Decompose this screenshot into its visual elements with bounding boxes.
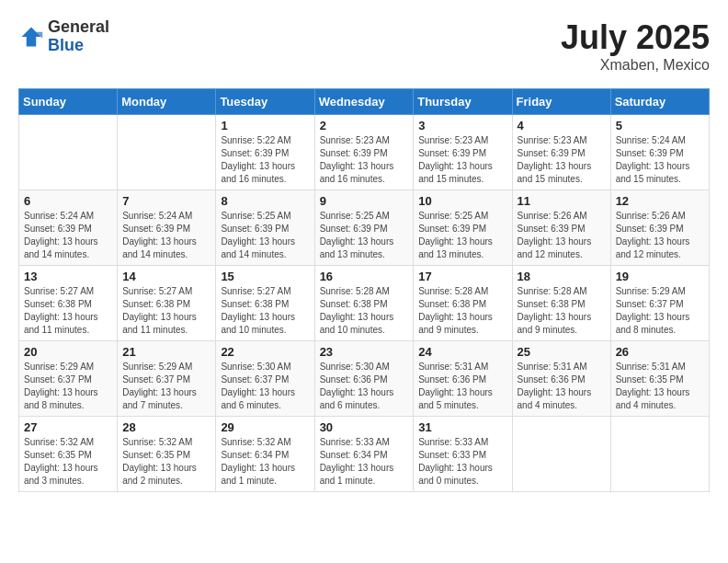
location-subtitle: Xmaben, Mexico bbox=[561, 57, 710, 74]
calendar-cell: 12Sunrise: 5:26 AM Sunset: 6:39 PM Dayli… bbox=[610, 190, 709, 266]
calendar-cell: 5Sunrise: 5:24 AM Sunset: 6:39 PM Daylig… bbox=[610, 115, 709, 190]
calendar-cell: 18Sunrise: 5:28 AM Sunset: 6:38 PM Dayli… bbox=[512, 266, 610, 341]
weekday-header: Saturday bbox=[610, 89, 709, 115]
calendar-cell: 2Sunrise: 5:23 AM Sunset: 6:39 PM Daylig… bbox=[314, 115, 414, 190]
day-number: 31 bbox=[418, 420, 506, 434]
title-block: July 2025 Xmaben, Mexico bbox=[561, 18, 710, 74]
day-number: 10 bbox=[418, 194, 506, 208]
logo-blue-text: Blue bbox=[48, 37, 109, 55]
day-info: Sunrise: 5:26 AM Sunset: 6:39 PM Dayligh… bbox=[518, 210, 606, 261]
calendar-table: SundayMondayTuesdayWednesdayThursdayFrid… bbox=[18, 88, 710, 492]
calendar-week-row: 6Sunrise: 5:24 AM Sunset: 6:39 PM Daylig… bbox=[19, 190, 710, 266]
day-info: Sunrise: 5:24 AM Sunset: 6:39 PM Dayligh… bbox=[122, 210, 210, 261]
day-info: Sunrise: 5:23 AM Sunset: 6:39 PM Dayligh… bbox=[518, 134, 606, 186]
day-number: 25 bbox=[518, 345, 606, 359]
day-info: Sunrise: 5:23 AM Sunset: 6:39 PM Dayligh… bbox=[418, 134, 506, 186]
calendar-cell: 13Sunrise: 5:27 AM Sunset: 6:38 PM Dayli… bbox=[19, 266, 118, 341]
calendar-cell: 7Sunrise: 5:24 AM Sunset: 6:39 PM Daylig… bbox=[118, 190, 216, 266]
calendar-cell bbox=[19, 115, 118, 190]
day-number: 15 bbox=[221, 270, 309, 283]
day-number: 13 bbox=[24, 270, 112, 283]
calendar-cell: 22Sunrise: 5:30 AM Sunset: 6:37 PM Dayli… bbox=[216, 341, 314, 417]
calendar-cell: 3Sunrise: 5:23 AM Sunset: 6:39 PM Daylig… bbox=[414, 115, 512, 190]
day-number: 20 bbox=[24, 345, 112, 359]
day-info: Sunrise: 5:27 AM Sunset: 6:38 PM Dayligh… bbox=[221, 285, 309, 337]
day-number: 9 bbox=[320, 194, 409, 208]
calendar-cell: 10Sunrise: 5:25 AM Sunset: 6:39 PM Dayli… bbox=[414, 190, 512, 266]
calendar-cell: 21Sunrise: 5:29 AM Sunset: 6:37 PM Dayli… bbox=[118, 341, 216, 417]
day-number: 23 bbox=[320, 345, 409, 359]
logo-icon bbox=[18, 24, 44, 50]
calendar-cell: 23Sunrise: 5:30 AM Sunset: 6:36 PM Dayli… bbox=[314, 341, 414, 417]
calendar-cell: 20Sunrise: 5:29 AM Sunset: 6:37 PM Dayli… bbox=[19, 341, 118, 417]
calendar-cell bbox=[610, 417, 709, 492]
calendar-cell: 31Sunrise: 5:33 AM Sunset: 6:33 PM Dayli… bbox=[414, 417, 512, 492]
day-number: 29 bbox=[221, 420, 309, 434]
day-info: Sunrise: 5:33 AM Sunset: 6:33 PM Dayligh… bbox=[418, 436, 506, 488]
calendar-cell: 14Sunrise: 5:27 AM Sunset: 6:38 PM Dayli… bbox=[118, 266, 216, 341]
calendar-cell: 24Sunrise: 5:31 AM Sunset: 6:36 PM Dayli… bbox=[414, 341, 512, 417]
page-header: General Blue July 2025 Xmaben, Mexico bbox=[18, 18, 710, 74]
weekday-header: Tuesday bbox=[216, 89, 314, 115]
day-info: Sunrise: 5:32 AM Sunset: 6:35 PM Dayligh… bbox=[122, 436, 210, 488]
day-info: Sunrise: 5:29 AM Sunset: 6:37 PM Dayligh… bbox=[122, 361, 210, 412]
day-info: Sunrise: 5:24 AM Sunset: 6:39 PM Dayligh… bbox=[616, 134, 704, 186]
weekday-header: Wednesday bbox=[314, 89, 414, 115]
day-info: Sunrise: 5:23 AM Sunset: 6:39 PM Dayligh… bbox=[320, 134, 409, 186]
calendar-cell: 1Sunrise: 5:22 AM Sunset: 6:39 PM Daylig… bbox=[216, 115, 314, 190]
day-info: Sunrise: 5:30 AM Sunset: 6:36 PM Dayligh… bbox=[320, 361, 409, 412]
calendar-week-row: 13Sunrise: 5:27 AM Sunset: 6:38 PM Dayli… bbox=[19, 266, 710, 341]
day-info: Sunrise: 5:25 AM Sunset: 6:39 PM Dayligh… bbox=[320, 210, 409, 261]
calendar-cell: 17Sunrise: 5:28 AM Sunset: 6:38 PM Dayli… bbox=[414, 266, 512, 341]
day-info: Sunrise: 5:32 AM Sunset: 6:34 PM Dayligh… bbox=[221, 436, 309, 488]
day-number: 7 bbox=[122, 194, 210, 208]
calendar-cell: 29Sunrise: 5:32 AM Sunset: 6:34 PM Dayli… bbox=[216, 417, 314, 492]
day-number: 24 bbox=[418, 345, 506, 359]
day-info: Sunrise: 5:25 AM Sunset: 6:39 PM Dayligh… bbox=[418, 210, 506, 261]
day-number: 17 bbox=[418, 270, 506, 283]
calendar-week-row: 1Sunrise: 5:22 AM Sunset: 6:39 PM Daylig… bbox=[19, 115, 710, 190]
weekday-header: Friday bbox=[512, 89, 610, 115]
calendar-cell bbox=[118, 115, 216, 190]
day-info: Sunrise: 5:27 AM Sunset: 6:38 PM Dayligh… bbox=[24, 285, 112, 337]
day-info: Sunrise: 5:31 AM Sunset: 6:36 PM Dayligh… bbox=[418, 361, 506, 412]
day-number: 21 bbox=[122, 345, 210, 359]
day-number: 22 bbox=[221, 345, 309, 359]
calendar-cell bbox=[512, 417, 610, 492]
day-number: 28 bbox=[122, 420, 210, 434]
calendar-cell: 6Sunrise: 5:24 AM Sunset: 6:39 PM Daylig… bbox=[19, 190, 118, 266]
day-info: Sunrise: 5:27 AM Sunset: 6:38 PM Dayligh… bbox=[122, 285, 210, 337]
logo-general-text: General bbox=[48, 18, 109, 37]
day-info: Sunrise: 5:30 AM Sunset: 6:37 PM Dayligh… bbox=[221, 361, 309, 412]
month-year-title: July 2025 bbox=[561, 18, 710, 57]
day-number: 5 bbox=[616, 119, 704, 132]
day-info: Sunrise: 5:26 AM Sunset: 6:39 PM Dayligh… bbox=[616, 210, 704, 261]
day-number: 18 bbox=[518, 270, 606, 283]
calendar-cell: 30Sunrise: 5:33 AM Sunset: 6:34 PM Dayli… bbox=[314, 417, 414, 492]
day-number: 19 bbox=[616, 270, 704, 283]
calendar-cell: 8Sunrise: 5:25 AM Sunset: 6:39 PM Daylig… bbox=[216, 190, 314, 266]
day-number: 16 bbox=[320, 270, 409, 283]
calendar-cell: 16Sunrise: 5:28 AM Sunset: 6:38 PM Dayli… bbox=[314, 266, 414, 341]
logo: General Blue bbox=[18, 18, 109, 55]
calendar-cell: 9Sunrise: 5:25 AM Sunset: 6:39 PM Daylig… bbox=[314, 190, 414, 266]
day-number: 27 bbox=[24, 420, 112, 434]
day-info: Sunrise: 5:31 AM Sunset: 6:35 PM Dayligh… bbox=[616, 361, 704, 412]
day-info: Sunrise: 5:29 AM Sunset: 6:37 PM Dayligh… bbox=[616, 285, 704, 337]
day-number: 2 bbox=[320, 119, 409, 132]
day-info: Sunrise: 5:29 AM Sunset: 6:37 PM Dayligh… bbox=[24, 361, 112, 412]
day-info: Sunrise: 5:33 AM Sunset: 6:34 PM Dayligh… bbox=[320, 436, 409, 488]
calendar-week-row: 27Sunrise: 5:32 AM Sunset: 6:35 PM Dayli… bbox=[19, 417, 710, 492]
day-info: Sunrise: 5:28 AM Sunset: 6:38 PM Dayligh… bbox=[320, 285, 409, 337]
day-info: Sunrise: 5:32 AM Sunset: 6:35 PM Dayligh… bbox=[24, 436, 112, 488]
calendar-cell: 26Sunrise: 5:31 AM Sunset: 6:35 PM Dayli… bbox=[610, 341, 709, 417]
calendar-cell: 28Sunrise: 5:32 AM Sunset: 6:35 PM Dayli… bbox=[118, 417, 216, 492]
day-info: Sunrise: 5:25 AM Sunset: 6:39 PM Dayligh… bbox=[221, 210, 309, 261]
day-info: Sunrise: 5:28 AM Sunset: 6:38 PM Dayligh… bbox=[518, 285, 606, 337]
day-number: 11 bbox=[518, 194, 606, 208]
day-number: 3 bbox=[418, 119, 506, 132]
calendar-cell: 27Sunrise: 5:32 AM Sunset: 6:35 PM Dayli… bbox=[19, 417, 118, 492]
day-number: 30 bbox=[320, 420, 409, 434]
calendar-cell: 15Sunrise: 5:27 AM Sunset: 6:38 PM Dayli… bbox=[216, 266, 314, 341]
calendar-cell: 4Sunrise: 5:23 AM Sunset: 6:39 PM Daylig… bbox=[512, 115, 610, 190]
